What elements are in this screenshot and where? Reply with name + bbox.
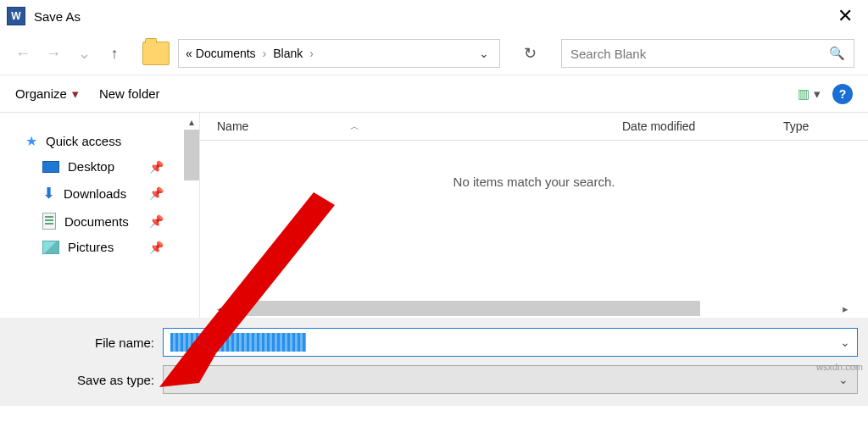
main-area: ▴ ★ Quick access Desktop 📌 ⬇ Downloads 📌… <box>0 113 868 318</box>
document-icon <box>42 213 56 230</box>
toolbar: Organize ▾ New folder ▥ ▾ ? <box>0 75 868 112</box>
horizontal-scrollbar[interactable]: ◂ ▸ <box>217 299 860 318</box>
scrollbar-track[interactable] <box>234 301 843 316</box>
pin-icon: 📌 <box>149 160 164 174</box>
sidebar-item-label: Pictures <box>68 240 114 254</box>
scrollbar-thumb[interactable] <box>242 301 700 316</box>
title-bar: W Save As ✕ <box>0 0 868 32</box>
view-icon: ▥ <box>798 86 809 102</box>
organize-button[interactable]: Organize ▾ <box>15 86 79 102</box>
breadcrumb-prefix: « <box>184 47 194 60</box>
chevron-down-icon: ▾ <box>814 86 821 102</box>
new-folder-button[interactable]: New folder <box>99 86 160 101</box>
scroll-left-icon[interactable]: ◂ <box>217 302 234 315</box>
watermark: wsxdn.com <box>816 362 863 372</box>
sort-asc-icon: ︿ <box>350 120 359 133</box>
nav-back-icon[interactable]: ← <box>10 41 36 66</box>
breadcrumb[interactable]: « Documents › Blank › ⌄ <box>178 39 500 68</box>
nav-history-chevron-icon[interactable]: ⌄ <box>71 41 97 66</box>
column-name[interactable]: Name ︿ <box>217 119 622 133</box>
pin-icon: 📌 <box>149 186 164 200</box>
window-title: Save As <box>34 9 81 24</box>
download-icon: ⬇ <box>42 184 55 202</box>
file-list-pane: Name ︿ Date modified Type No items match… <box>200 113 868 318</box>
word-app-icon: W <box>7 7 25 25</box>
search-box[interactable]: 🔍 <box>561 39 854 68</box>
column-name-label: Name <box>217 119 248 133</box>
filename-input[interactable]: ⌄ <box>163 328 858 357</box>
savetype-value: PDF <box>172 373 196 386</box>
savetype-select[interactable]: PDF ⌄ <box>163 365 858 394</box>
chevron-down-icon[interactable]: ⌄ <box>479 47 489 60</box>
new-folder-label: New folder <box>99 86 160 101</box>
star-icon: ★ <box>25 133 37 149</box>
sidebar-item-label: Documents <box>64 214 129 229</box>
sidebar-item-documents[interactable]: Documents 📌 <box>0 208 199 235</box>
scrollbar-thumb[interactable] <box>184 130 199 180</box>
filename-selection <box>170 333 306 352</box>
column-type[interactable]: Type <box>783 119 851 133</box>
chevron-right-icon: › <box>309 47 314 60</box>
sidebar-quick-access[interactable]: ★ Quick access <box>0 128 199 154</box>
sidebar: ▴ ★ Quick access Desktop 📌 ⬇ Downloads 📌… <box>0 113 200 318</box>
empty-message: No items match your search. <box>200 175 868 189</box>
desktop-icon <box>42 161 59 173</box>
filename-label: File name: <box>10 335 163 350</box>
pin-icon: 📌 <box>149 214 164 228</box>
scroll-right-icon[interactable]: ▸ <box>843 302 860 315</box>
navigation-row: ← → ⌄ ↑ « Documents › Blank › ⌄ ↻ 🔍 <box>0 32 868 75</box>
sidebar-item-label: Desktop <box>68 159 114 174</box>
sidebar-item-pictures[interactable]: Pictures 📌 <box>0 235 199 259</box>
folder-icon <box>142 42 170 65</box>
sidebar-item-label: Downloads <box>64 186 126 201</box>
sidebar-item-label: Quick access <box>46 134 121 148</box>
view-options-button[interactable]: ▥ ▾ <box>798 86 821 102</box>
chevron-down-icon: ⌄ <box>838 373 849 386</box>
column-date[interactable]: Date modified <box>622 119 783 133</box>
organize-label: Organize <box>15 86 67 101</box>
scroll-up-icon[interactable]: ▴ <box>189 116 194 128</box>
save-fields: File name: ⌄ Save as type: PDF ⌄ <box>0 318 868 406</box>
close-icon[interactable]: ✕ <box>829 2 861 30</box>
savetype-label: Save as type: <box>10 373 163 387</box>
chevron-down-icon: ▾ <box>72 86 79 102</box>
help-icon[interactable]: ? <box>832 84 853 104</box>
column-headers: Name ︿ Date modified Type <box>200 113 868 141</box>
breadcrumb-segment[interactable]: Documents <box>194 47 258 60</box>
pictures-icon <box>42 241 59 254</box>
chevron-down-icon[interactable]: ⌄ <box>840 335 850 349</box>
sidebar-item-desktop[interactable]: Desktop 📌 <box>0 154 199 179</box>
search-input[interactable] <box>570 47 829 61</box>
sidebar-item-downloads[interactable]: ⬇ Downloads 📌 <box>0 179 199 208</box>
search-icon[interactable]: 🔍 <box>829 46 845 61</box>
nav-up-icon[interactable]: ↑ <box>102 41 127 66</box>
chevron-right-icon: › <box>263 47 267 60</box>
nav-forward-icon: → <box>41 41 66 66</box>
pin-icon: 📌 <box>149 241 164 254</box>
refresh-icon[interactable]: ↻ <box>517 41 542 66</box>
breadcrumb-segment[interactable]: Blank <box>271 47 304 60</box>
